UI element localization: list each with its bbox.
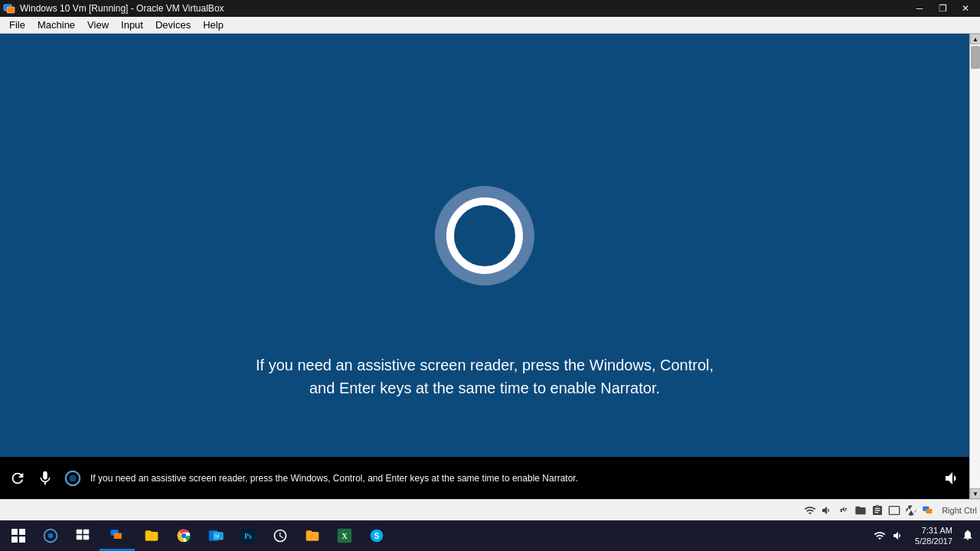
right-ctrl-label: Right Ctrl	[942, 506, 977, 515]
main-area: If you need an assistive screen reader, …	[0, 34, 980, 499]
title-bar-controls: ─ ❐ ✕	[908, 0, 977, 17]
svg-point-11	[48, 533, 54, 539]
svg-rect-9	[19, 536, 25, 543]
svg-rect-13	[83, 530, 90, 534]
menu-file[interactable]: File	[3, 18, 31, 32]
cortana-taskbar-button[interactable]	[35, 520, 66, 551]
status-vbox-icon[interactable]	[920, 503, 936, 518]
vm-taskbar-mic-icon[interactable]	[35, 468, 55, 488]
menu-help[interactable]: Help	[197, 18, 230, 32]
notifications-button[interactable]	[962, 529, 977, 543]
vbox-icon	[3, 2, 15, 15]
cortana-outer-ring	[435, 186, 534, 285]
scroll-up-arrow[interactable]: ▲	[970, 34, 980, 44]
file-explorer-taskbar-button[interactable]	[136, 520, 167, 551]
excel-taskbar-button[interactable]: X	[329, 520, 360, 551]
chrome-taskbar-button[interactable]	[168, 520, 199, 551]
vm-taskbar: If you need an assistive screen reader, …	[0, 457, 969, 499]
menu-machine[interactable]: Machine	[31, 18, 81, 32]
svg-text:M: M	[215, 533, 220, 539]
menu-view[interactable]: View	[81, 18, 115, 32]
svg-rect-12	[77, 530, 83, 534]
menu-bar: File Machine View Input Devices Help	[0, 17, 980, 34]
scroll-thumb[interactable]	[971, 46, 980, 69]
vm-taskbar-refresh-icon[interactable]	[8, 468, 28, 488]
status-usb-icon[interactable]	[836, 503, 851, 518]
menu-input[interactable]: Input	[115, 18, 149, 32]
menu-devices[interactable]: Devices	[149, 18, 197, 32]
status-audio-icon[interactable]	[819, 503, 835, 518]
title-bar-left: Windows 10 Vm [Running] - Oracle VM Virt…	[3, 2, 224, 15]
svg-text:S: S	[374, 532, 380, 540]
vbox-statusbar: Right Ctrl	[0, 499, 980, 520]
system-time[interactable]: 7:31 AM 5/28/2017	[909, 525, 959, 547]
status-snap-icon[interactable]	[903, 503, 919, 518]
cortana-logo	[435, 186, 534, 285]
status-icons	[802, 503, 936, 518]
vbox-window: Windows 10 Vm [Running] - Oracle VM Virt…	[0, 0, 980, 551]
svg-rect-1	[7, 7, 15, 13]
status-clipboard-icon[interactable]	[870, 503, 885, 518]
svg-rect-17	[114, 533, 122, 539]
vm-taskbar-cortana-icon[interactable]	[63, 468, 83, 488]
svg-point-3	[69, 474, 76, 481]
status-network-icon[interactable]	[802, 503, 818, 518]
win10-taskbar: M Ps X	[0, 520, 980, 551]
outlook-taskbar-button[interactable]: M	[201, 520, 231, 551]
right-scrollbar: ▲ ▼	[969, 34, 980, 499]
vbox-taskbar-button[interactable]	[100, 520, 135, 551]
status-display-icon[interactable]	[887, 503, 902, 518]
clock-taskbar-button[interactable]	[265, 520, 296, 551]
vm-taskbar-volume-icon[interactable]	[943, 469, 962, 487]
svg-text:Ps: Ps	[244, 532, 252, 540]
tray-network-icon[interactable]	[872, 528, 887, 543]
start-button[interactable]	[3, 520, 34, 551]
svg-rect-15	[83, 535, 90, 540]
cortana-inner-circle	[446, 197, 523, 274]
svg-rect-14	[77, 535, 83, 540]
status-shared-folders-icon[interactable]	[853, 503, 868, 518]
skype-taskbar-button[interactable]: S	[361, 520, 392, 551]
restore-button[interactable]: ❐	[931, 0, 954, 17]
svg-rect-5	[926, 509, 932, 514]
svg-rect-7	[19, 529, 25, 535]
scroll-track[interactable]	[970, 44, 980, 488]
close-button[interactable]: ✕	[954, 0, 977, 17]
svg-rect-8	[11, 536, 18, 543]
photoshop-taskbar-button[interactable]: Ps	[233, 520, 263, 551]
narrator-text: If you need an assistive screen reader, …	[256, 354, 714, 399]
win10-systray: 7:31 AM 5/28/2017	[872, 525, 977, 547]
vm-taskbar-narrator-text: If you need an assistive screen reader, …	[90, 473, 936, 484]
minimize-button[interactable]: ─	[908, 0, 931, 17]
title-bar: Windows 10 Vm [Running] - Oracle VM Virt…	[0, 0, 980, 17]
svg-text:X: X	[341, 532, 348, 540]
task-view-button[interactable]	[67, 520, 98, 551]
window-title: Windows 10 Vm [Running] - Oracle VM Virt…	[20, 3, 224, 14]
tray-sound-icon[interactable]	[890, 528, 906, 543]
vm-display[interactable]: If you need an assistive screen reader, …	[0, 34, 969, 499]
file-manager-taskbar-button[interactable]	[297, 520, 328, 551]
svg-rect-6	[11, 529, 18, 535]
scroll-down-arrow[interactable]: ▼	[970, 488, 980, 499]
